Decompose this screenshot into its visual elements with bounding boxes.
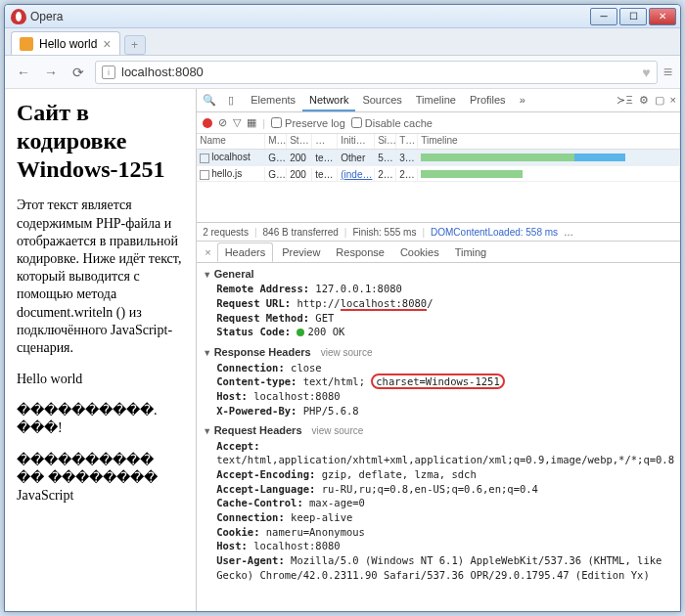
devtools-tab-profiles[interactable]: Profiles <box>463 90 513 111</box>
col-name[interactable]: Name <box>197 134 265 149</box>
window-close-button[interactable]: ✕ <box>649 8 676 25</box>
highlighted-charset: charset=Windows-1251 <box>371 374 504 389</box>
console-toggle-icon[interactable]: ≻Ξ <box>616 94 632 107</box>
window-maximize-button[interactable]: ☐ <box>619 8 647 25</box>
detail-tab-preview[interactable]: Preview <box>275 243 327 261</box>
view-source-link[interactable]: view source <box>312 425 364 436</box>
devtools-tabs-more[interactable]: » <box>513 90 532 111</box>
detail-tab-headers[interactable]: Headers <box>217 242 274 262</box>
col-timeline[interactable]: Timeline <box>418 134 680 149</box>
network-row[interactable]: localhost G… 200 te… Other 5… 3… <box>197 150 680 166</box>
devtools-tab-sources[interactable]: Sources <box>355 90 408 111</box>
status-dot-icon <box>297 329 304 336</box>
page-paragraph: Hello world <box>17 371 184 388</box>
tabstrip: Hello world × + <box>5 28 680 56</box>
network-summary: 2 requests| 846 B transferred| Finish: 5… <box>197 222 680 242</box>
forward-button[interactable]: → <box>40 62 62 83</box>
disable-cache-checkbox[interactable]: Disable cache <box>351 117 433 129</box>
section-heading[interactable]: General <box>203 267 674 282</box>
settings-icon[interactable]: ⚙ <box>639 94 649 107</box>
opera-icon <box>11 9 26 24</box>
file-icon <box>200 154 209 163</box>
detail-close-icon[interactable]: × <box>201 246 214 258</box>
devtools-panel: 🔍 ▯ Elements Network Sources Timeline Pr… <box>196 89 680 611</box>
tab-close-icon[interactable]: × <box>103 36 111 52</box>
preserve-log-checkbox[interactable]: Preserve log <box>271 117 345 129</box>
network-row[interactable]: hello.js G… 200 te… (inde… 2… 2… <box>197 166 680 183</box>
summary-dcl: DOMContentLoaded: 558 ms <box>431 227 558 238</box>
favicon-icon <box>20 37 33 51</box>
detail-tab-timing[interactable]: Timing <box>448 243 494 261</box>
detail-tab-response[interactable]: Response <box>329 243 391 261</box>
col-status[interactable]: St… <box>287 134 312 149</box>
view-icon[interactable]: ▦ <box>247 116 256 129</box>
network-columns: Name M… St… … Initi… Si… T… Timeline <box>197 134 680 150</box>
search-icon[interactable]: 🔍 <box>201 94 218 107</box>
view-source-link[interactable]: view source <box>321 347 373 358</box>
page-paragraph: ���������� �� �������� JavaScript <box>17 452 184 506</box>
detail-tab-cookies[interactable]: Cookies <box>393 243 446 261</box>
page-paragraph: ����������. ���! <box>17 402 184 437</box>
summary-requests: 2 requests <box>203 227 249 238</box>
browser-window: Opera ─ ☐ ✕ Hello world × + ← → ⟳ i loca… <box>4 4 681 612</box>
summary-transferred: 846 B transferred <box>263 227 339 238</box>
network-toolbar: ⊘ ▽ ▦ | Preserve log Disable cache <box>197 112 680 134</box>
network-rows: localhost G… 200 te… Other 5… 3… hello.j… <box>197 150 680 222</box>
site-info-icon[interactable]: i <box>102 66 115 79</box>
back-button[interactable]: ← <box>13 62 34 83</box>
devtools-tab-elements[interactable]: Elements <box>244 90 302 111</box>
section-heading[interactable]: Request Headersview source <box>203 423 674 438</box>
request-headers-section: Request Headersview source Accept: text/… <box>203 423 674 582</box>
window-title: Opera <box>30 10 63 23</box>
new-tab-button[interactable]: + <box>124 35 146 55</box>
tab-title: Hello world <box>39 37 97 51</box>
page-heading: Сайт в кодировке Windows-1251 <box>17 99 184 183</box>
dock-icon[interactable]: ▢ <box>655 94 664 107</box>
window-minimize-button[interactable]: ─ <box>590 8 617 25</box>
general-section: General Remote Address: 127.0.0.1:8080 R… <box>203 267 674 339</box>
page-paragraph: Этот текст является содержимым PHP-файла… <box>17 197 184 357</box>
devtools-tab-timeline[interactable]: Timeline <box>409 90 463 111</box>
headers-body[interactable]: General Remote Address: 127.0.0.1:8080 R… <box>197 263 680 611</box>
file-icon <box>200 170 209 180</box>
url-text[interactable]: localhost:8080 <box>121 65 636 79</box>
titlebar: Opera ─ ☐ ✕ <box>5 5 680 28</box>
highlighted-url: localhost:8080 <box>341 297 428 311</box>
response-headers-section: Response Headersview source Connection: … <box>203 345 674 418</box>
timeline-bar <box>421 154 676 161</box>
devtools-tab-network[interactable]: Network <box>302 90 355 111</box>
page-content: Сайт в кодировке Windows-1251 Этот текст… <box>5 89 196 611</box>
bookmark-icon[interactable]: ♥ <box>642 65 650 80</box>
record-icon[interactable] <box>203 118 212 128</box>
reload-button[interactable]: ⟳ <box>68 62 89 83</box>
col-size[interactable]: Si… <box>375 134 396 149</box>
device-icon[interactable]: ▯ <box>222 94 240 107</box>
menu-icon[interactable]: ≡ <box>663 64 672 81</box>
col-time[interactable]: T… <box>396 134 418 149</box>
section-heading[interactable]: Response Headersview source <box>203 345 674 360</box>
clear-icon[interactable]: ⊘ <box>218 116 227 129</box>
col-method[interactable]: M… <box>265 134 287 149</box>
col-type[interactable]: … <box>312 134 338 149</box>
summary-finish: Finish: 555 ms <box>352 227 416 238</box>
filter-icon[interactable]: ▽ <box>233 116 241 129</box>
detail-tabs: × Headers Preview Response Cookies Timin… <box>197 242 680 263</box>
devtools-close-icon[interactable]: × <box>670 94 676 107</box>
devtools-topbar: 🔍 ▯ Elements Network Sources Timeline Pr… <box>197 89 680 112</box>
col-initiator[interactable]: Initi… <box>338 134 375 149</box>
url-bar[interactable]: i localhost:8080 ♥ <box>95 61 658 84</box>
toolbar: ← → ⟳ i localhost:8080 ♥ ≡ <box>5 56 680 89</box>
timeline-bar <box>421 170 676 178</box>
browser-tab[interactable]: Hello world × <box>11 31 120 55</box>
